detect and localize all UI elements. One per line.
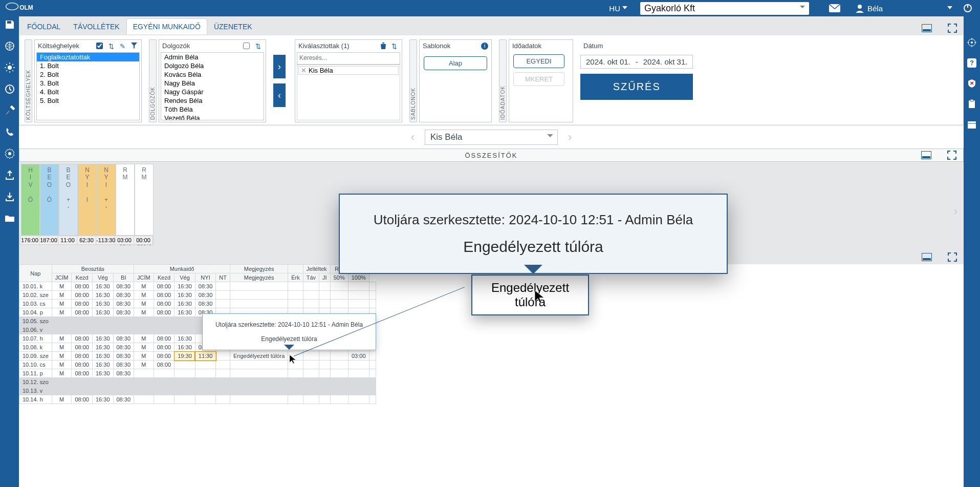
employees-list[interactable]: Admin Béla Dolgozó Béla Kovács Béla Nagy… bbox=[161, 52, 264, 120]
date-title: Dátum bbox=[583, 42, 690, 50]
shield-icon[interactable]: ✕ bbox=[966, 78, 977, 89]
left-rail bbox=[0, 16, 19, 487]
chip-remove-icon[interactable]: ✕ bbox=[301, 67, 307, 74]
power-icon[interactable] bbox=[957, 0, 978, 16]
svg-text:OLM: OLM bbox=[19, 4, 33, 11]
cursor-icon bbox=[290, 355, 297, 364]
employees-checkall[interactable] bbox=[243, 43, 250, 49]
right-rail: ? ✕ bbox=[964, 16, 980, 487]
svg-rect-33 bbox=[923, 29, 931, 31]
calendar-icon[interactable] bbox=[966, 119, 977, 130]
logo: OLM bbox=[2, 1, 38, 15]
template-alap-button[interactable]: Alap bbox=[424, 56, 487, 70]
tab-absences[interactable]: TÁVOLLÉTEK bbox=[67, 19, 125, 34]
prev-person-button[interactable]: ‹ bbox=[411, 131, 415, 144]
clipboard-icon[interactable] bbox=[966, 98, 977, 110]
svg-point-0 bbox=[6, 3, 18, 10]
summary-bar: ÖSSZESÍTŐK bbox=[19, 149, 964, 162]
tools-icon[interactable] bbox=[4, 104, 16, 117]
messages-icon[interactable] bbox=[824, 0, 845, 16]
expand-summary-icon[interactable] bbox=[946, 149, 958, 161]
templates-title: Sablonok bbox=[423, 42, 477, 50]
svg-line-13 bbox=[6, 64, 7, 65]
svg-rect-29 bbox=[970, 99, 973, 101]
cost-centers-list[interactable]: Foglalkoztatottak 1. Bolt 2. Bolt 3. Bol… bbox=[36, 52, 140, 120]
move-right-button[interactable]: › bbox=[273, 55, 286, 78]
svg-rect-30 bbox=[968, 121, 976, 129]
summary-boxes: HIV ÓBEO ÓBEO +-NYI INYI +-RM50%RM100% bbox=[19, 162, 156, 248]
gear-icon[interactable] bbox=[4, 147, 16, 160]
summary-box: NYI I bbox=[78, 164, 97, 236]
summary-box: NYI +- bbox=[97, 164, 116, 236]
brightness-icon[interactable] bbox=[4, 61, 16, 74]
tab-home[interactable]: FŐOLDAL bbox=[21, 19, 67, 34]
cost-centers-vlabel: KÖLTSÉGHELYEK bbox=[25, 39, 32, 122]
time-mkeret-button[interactable]: MKERET bbox=[513, 72, 564, 86]
globe-icon[interactable] bbox=[4, 40, 16, 52]
svg-rect-35 bbox=[922, 156, 930, 158]
cost-centers-title: Költséghelyek bbox=[38, 42, 90, 50]
expand-grid-icon[interactable] bbox=[946, 251, 959, 263]
time-egyedi-button[interactable]: EGYEDI bbox=[513, 54, 564, 68]
filter-strip: KÖLTSÉGHELYEK Költséghelyek ⇅ ✎ Foglalko… bbox=[19, 35, 964, 125]
svg-point-18 bbox=[8, 152, 11, 155]
time-title: Időadatok bbox=[512, 42, 570, 50]
minimize-grid-icon[interactable] bbox=[921, 251, 933, 263]
svg-line-14 bbox=[12, 70, 13, 71]
summary-box: RM100% bbox=[135, 164, 154, 236]
selected-search-input[interactable] bbox=[297, 53, 400, 62]
time-vlabel: IDŐADATOK bbox=[499, 39, 507, 122]
svg-line-16 bbox=[6, 70, 7, 71]
language-switch[interactable]: HU bbox=[609, 4, 627, 13]
employees-vlabel: DOLGOZÓK bbox=[149, 39, 157, 122]
svg-line-15 bbox=[12, 64, 13, 65]
summary-box: HIV Ó bbox=[21, 164, 40, 236]
funnel-icon[interactable] bbox=[131, 43, 138, 50]
company-select[interactable]: Gyakorló Kft bbox=[640, 2, 809, 15]
time-panel: IDŐADATOK Időadatok EGYEDI MKERET bbox=[499, 39, 573, 122]
employees-panel: DOLGOZÓK Dolgozók ⇅ Admin Béla Dolgozó B… bbox=[149, 39, 266, 122]
next-person-button[interactable]: › bbox=[568, 131, 572, 144]
main-tabs: FŐOLDAL TÁVOLLÉTEK EGYÉNI MUNKAIDŐ ÜZENE… bbox=[19, 16, 964, 35]
top-bar: OLM HU Gyakorló Kft Béla bbox=[0, 0, 980, 16]
templates-vlabel: SABLONOK bbox=[409, 39, 417, 122]
help-icon[interactable]: ? bbox=[966, 57, 977, 69]
sort-icon[interactable]: ⇅ bbox=[255, 43, 263, 50]
move-left-button[interactable]: ‹ bbox=[273, 83, 286, 107]
svg-rect-6 bbox=[7, 21, 11, 24]
sort-icon[interactable]: ⇅ bbox=[391, 43, 399, 50]
filter-button[interactable]: SZŰRÉS bbox=[580, 74, 693, 100]
save-icon[interactable] bbox=[4, 18, 16, 31]
cost-centers-checkall[interactable] bbox=[96, 43, 103, 49]
sort-icon[interactable]: ⇅ bbox=[108, 43, 116, 50]
templates-panel: SABLONOK Sablonok i Alap bbox=[409, 39, 492, 122]
move-arrows: › ‹ bbox=[273, 39, 286, 122]
clock-icon[interactable] bbox=[4, 83, 16, 95]
svg-point-3 bbox=[858, 5, 862, 9]
tab-messages[interactable]: ÜZENETEK bbox=[208, 19, 258, 34]
summary-box: BEO Ó bbox=[40, 164, 59, 236]
user-icon bbox=[855, 4, 864, 13]
target-icon[interactable] bbox=[966, 37, 977, 48]
date-range-picker[interactable]: 2024. okt 01. - 2024. okt 31. bbox=[580, 55, 693, 69]
folder-open-icon[interactable] bbox=[4, 212, 16, 224]
user-menu[interactable]: Béla bbox=[855, 4, 952, 13]
employees-title: Dolgozók bbox=[162, 42, 237, 50]
summary-box: BEO +- bbox=[59, 164, 78, 236]
upload-icon[interactable] bbox=[4, 169, 16, 181]
download-icon[interactable] bbox=[4, 190, 16, 203]
minimize-panel-icon[interactable] bbox=[921, 22, 933, 34]
collapse-right-icon[interactable]: › bbox=[954, 205, 957, 218]
tab-worktime[interactable]: EGYÉNI MUNKAIDŐ bbox=[126, 18, 207, 34]
svg-rect-37 bbox=[923, 258, 931, 260]
wand-icon[interactable]: ✎ bbox=[120, 43, 127, 50]
selected-panel: Kiválasztottak (1) ⇅ ✕ ✕ Kis Béla bbox=[293, 39, 402, 122]
selected-chip: ✕ Kis Béla bbox=[298, 66, 399, 75]
phone-icon[interactable] bbox=[4, 126, 16, 138]
info-icon[interactable]: i bbox=[481, 43, 488, 50]
svg-text:✕: ✕ bbox=[970, 80, 974, 86]
expand-panel-icon[interactable] bbox=[946, 22, 959, 34]
trash-icon[interactable] bbox=[380, 43, 387, 50]
person-select[interactable]: Kis Béla bbox=[425, 130, 558, 145]
minimize-summary-icon[interactable] bbox=[920, 149, 932, 161]
